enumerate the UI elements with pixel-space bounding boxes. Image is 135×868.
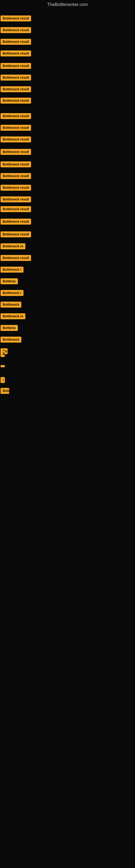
bottleneck-item-27[interactable]: Bottlene <box>1 325 18 332</box>
bottleneck-item-10[interactable]: Bottleneck result <box>1 125 31 132</box>
bottleneck-item-17[interactable]: Bottleneck result <box>1 206 31 213</box>
bottleneck-item-8[interactable]: Bottleneck result <box>1 98 31 105</box>
bottleneck-item-18[interactable]: Bottleneck result <box>1 219 31 226</box>
bottleneck-item-22[interactable]: Bottleneck r <box>1 267 24 274</box>
bottleneck-badge-11: Bottleneck result <box>1 136 31 143</box>
bottleneck-badge-3: Bottleneck result <box>1 39 31 45</box>
bottleneck-badge-21: Bottleneck result <box>1 255 31 261</box>
bottleneck-item-3[interactable]: Bottleneck result <box>1 39 31 46</box>
bottleneck-item-20[interactable]: Bottleneck re <box>1 243 26 250</box>
bottleneck-item-11[interactable]: Bottleneck result <box>1 136 31 144</box>
bottleneck-badge-16: Bottleneck result <box>1 196 31 203</box>
bottleneck-badge-7: Bottleneck result <box>1 86 31 92</box>
bottleneck-item-23[interactable]: Bottlene <box>1 278 18 285</box>
bottleneck-badge-2: Bottleneck result <box>1 27 31 33</box>
bottleneck-badge-1: Bottleneck result <box>1 16 31 22</box>
site-title: TheBottlenecker.com <box>0 0 135 9</box>
bottleneck-item-21[interactable]: Bottleneck result <box>1 255 31 262</box>
bottleneck-item-31[interactable] <box>1 364 5 368</box>
bottleneck-item-12[interactable]: Bottleneck result <box>1 149 31 156</box>
bottleneck-badge-32: i <box>1 377 5 383</box>
bottleneck-item-4[interactable]: Bottleneck result <box>1 51 31 58</box>
bottleneck-badge-25: Bottleneck <box>1 302 21 308</box>
bottleneck-badge-6: Bottleneck result <box>1 74 31 81</box>
bottleneck-item-19[interactable]: Bottleneck result <box>1 231 31 239</box>
bottleneck-item-25[interactable]: Bottleneck <box>1 302 21 309</box>
bottleneck-item-7[interactable]: Bottleneck result <box>1 86 31 93</box>
bottleneck-badge-20: Bottleneck re <box>1 243 26 249</box>
bottleneck-badge-28: Bottleneck <box>1 337 21 343</box>
bottleneck-item-5[interactable]: Bottleneck result <box>1 63 31 70</box>
bottleneck-item-15[interactable]: Bottleneck result <box>1 185 31 192</box>
bottleneck-badge-5: Bottleneck result <box>1 63 31 69</box>
bottleneck-item-33[interactable]: Bott <box>1 388 9 395</box>
bottleneck-badge-30: B <box>1 351 5 357</box>
bottleneck-item-24[interactable]: Bottleneck r <box>1 290 24 297</box>
bottleneck-item-16[interactable]: Bottleneck result <box>1 196 31 204</box>
bottleneck-badge-8: Bottleneck result <box>1 98 31 104</box>
bottleneck-badge-24: Bottleneck r <box>1 290 24 296</box>
bottleneck-badge-12: Bottleneck result <box>1 149 31 155</box>
bottleneck-item-32[interactable]: i <box>1 377 5 384</box>
bottleneck-badge-15: Bottleneck result <box>1 185 31 191</box>
bottleneck-badge-27: Bottlene <box>1 325 18 331</box>
bottleneck-badge-17: Bottleneck result <box>1 206 31 212</box>
bottleneck-item-1[interactable]: Bottleneck result <box>1 16 31 23</box>
bottleneck-badge-14: Bottleneck result <box>1 173 31 179</box>
bottleneck-item-6[interactable]: Bottleneck result <box>1 74 31 82</box>
bottleneck-badge-33: Bott <box>1 388 9 394</box>
bottleneck-badge-4: Bottleneck result <box>1 51 31 56</box>
bottleneck-item-14[interactable]: Bottleneck result <box>1 173 31 180</box>
bottleneck-item-26[interactable]: Bottleneck re <box>1 313 26 320</box>
bottleneck-item-30[interactable]: B <box>1 351 5 358</box>
bottleneck-badge-31 <box>1 365 5 367</box>
bottleneck-badge-19: Bottleneck result <box>1 231 31 237</box>
bottleneck-item-9[interactable]: Bottleneck result <box>1 113 31 120</box>
bottleneck-item-13[interactable]: Bottleneck result <box>1 161 31 168</box>
bottleneck-item-28[interactable]: Bottleneck <box>1 337 21 344</box>
bottleneck-badge-10: Bottleneck result <box>1 125 31 131</box>
bottleneck-badge-22: Bottleneck r <box>1 267 24 273</box>
bottleneck-badge-26: Bottleneck re <box>1 313 26 319</box>
bottleneck-badge-18: Bottleneck result <box>1 219 31 225</box>
bottleneck-badge-13: Bottleneck result <box>1 161 31 167</box>
bottleneck-badge-9: Bottleneck result <box>1 113 31 119</box>
bottleneck-item-2[interactable]: Bottleneck result <box>1 27 31 34</box>
bottleneck-badge-23: Bottlene <box>1 278 18 284</box>
